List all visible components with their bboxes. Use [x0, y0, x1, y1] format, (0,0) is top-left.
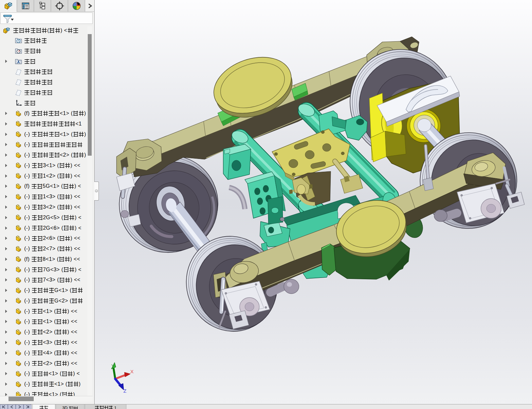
svg-text:X: X: [130, 369, 134, 374]
svg-text:Y: Y: [111, 363, 115, 369]
svg-text:Z: Z: [123, 388, 126, 394]
